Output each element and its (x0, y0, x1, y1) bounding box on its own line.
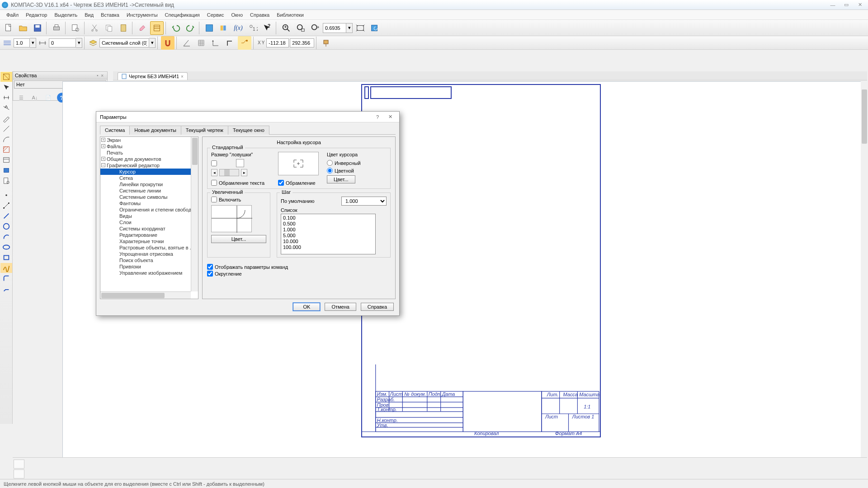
feature-tree-button[interactable]: 1 2 (246, 21, 259, 35)
cursor-color-button[interactable]: Цвет... (327, 175, 355, 183)
help-button[interactable]: Справка (361, 303, 394, 311)
doc-tab[interactable]: Чертеж БЕЗ ИМЕНИ1 × (118, 72, 188, 80)
close-button[interactable]: ✕ (385, 113, 396, 121)
ortho-button[interactable] (223, 36, 237, 50)
chevron-down-icon[interactable]: ▾ (30, 38, 36, 48)
list-item[interactable]: 100.000 (283, 244, 373, 250)
enable-enlarged-checkbox[interactable]: Включить (211, 197, 266, 202)
list-item[interactable]: 5.000 (283, 233, 373, 239)
coord-y-input[interactable] (290, 38, 314, 47)
tree-image-mgmt[interactable]: Управление изображением (100, 270, 198, 276)
tool-ellipse-icon[interactable] (0, 242, 12, 252)
tree-coordsys[interactable]: Системы координат (100, 225, 198, 232)
tree-syssymbols[interactable]: Системные символы (100, 194, 198, 200)
tree-simpledraw[interactable]: Упрощенная отрисовка (100, 251, 198, 257)
coord-x-input[interactable] (266, 38, 289, 47)
tool-arc2-icon[interactable] (0, 232, 12, 242)
tree-constraints[interactable]: Ограничения и степени свободы (100, 206, 198, 213)
zoom-value[interactable] (323, 23, 346, 33)
tool-segment-icon[interactable] (0, 211, 12, 221)
menu-insert[interactable]: Вставка (97, 11, 123, 19)
pin-icon[interactable]: ▪ (96, 73, 99, 78)
tool-arc-icon[interactable] (0, 134, 12, 144)
new-button[interactable] (2, 21, 15, 35)
framing-text-checkbox[interactable]: Обрамление текста (211, 180, 270, 186)
tree-views[interactable]: Виды (100, 213, 198, 219)
arrow-right-icon[interactable]: ▸ (241, 169, 247, 176)
cut-button[interactable] (88, 21, 101, 35)
menu-file[interactable]: Файл (3, 11, 22, 19)
framing-checkbox[interactable]: Обрамление (278, 180, 319, 186)
grid-button[interactable] (194, 36, 208, 50)
tree-scrollbars[interactable]: Линейки прокрутки (100, 181, 198, 188)
close-button[interactable]: ✕ (854, 1, 866, 9)
tree-files[interactable]: +Файлы (100, 143, 198, 150)
style-combo[interactable]: ▾ (49, 38, 82, 48)
tree-charpoints[interactable]: Характерные точки (100, 238, 198, 244)
tree-scrollbar-h[interactable] (100, 291, 191, 299)
tool-rect2-icon[interactable] (0, 253, 12, 263)
tool-vline-icon[interactable] (0, 201, 12, 211)
zoom-dynamic-button[interactable] (308, 21, 322, 35)
menu-select[interactable]: Выделить (51, 11, 81, 19)
weight-combo[interactable]: ▾ (14, 38, 36, 48)
settings-tree[interactable]: +Экран +Файлы Печать +Общие для документ… (100, 136, 198, 299)
line-style-button[interactable] (2, 38, 13, 48)
style-input[interactable] (49, 38, 76, 47)
menu-editor[interactable]: Редактор (22, 11, 51, 19)
print-button[interactable] (50, 21, 63, 35)
chevron-down-icon[interactable]: ▾ (346, 23, 353, 33)
tree-search[interactable]: Поиск объекта (100, 257, 198, 263)
tool-hatch-icon[interactable] (0, 145, 12, 155)
close-icon[interactable]: × (181, 74, 184, 79)
cancel-button[interactable]: Отмена (325, 303, 356, 311)
dim-style-button[interactable] (37, 38, 48, 48)
arrow-left-icon[interactable]: ◂ (211, 169, 217, 176)
dialog-titlebar[interactable]: Параметры ? ✕ (96, 112, 399, 122)
tree-grid[interactable]: Сетка (100, 175, 198, 181)
menu-window[interactable]: Окно (227, 11, 246, 19)
zoom-combo[interactable]: ▾ (323, 23, 353, 33)
zoom-fit-button[interactable] (354, 21, 367, 35)
tab-current-drawing[interactable]: Текущий чертеж (181, 126, 228, 135)
tree-layers[interactable]: Слои (100, 219, 198, 225)
preview-button[interactable] (69, 21, 82, 35)
tool-line-icon[interactable] (0, 124, 12, 134)
list-item[interactable]: 10.000 (283, 239, 373, 244)
help-button[interactable]: ? (372, 113, 383, 121)
menu-libs[interactable]: Библиотеки (273, 11, 307, 19)
weight-input[interactable] (14, 38, 30, 47)
undo-button[interactable] (169, 21, 183, 35)
radio-color[interactable]: Цветной (327, 168, 361, 174)
chevron-down-icon[interactable]: ▾ (76, 38, 82, 48)
trap-swatch[interactable] (236, 159, 244, 167)
trap-checkbox[interactable] (211, 160, 217, 166)
enlarged-color-button[interactable]: Цвет... (211, 235, 266, 243)
tree-screen[interactable]: +Экран (100, 137, 198, 143)
show-cmd-params-checkbox[interactable]: Отображать параметры команд (207, 264, 391, 270)
list-item[interactable]: 1.000 (283, 227, 373, 233)
tool-doc-icon[interactable] (0, 176, 12, 186)
prop-ico-3[interactable]: 📄 (42, 91, 55, 104)
tool-point-icon[interactable] (0, 190, 12, 200)
layer-combo[interactable]: ▾ (99, 38, 156, 48)
tool-rect-icon[interactable] (0, 165, 12, 175)
tab-new-docs[interactable]: Новые документы (129, 126, 181, 135)
default-step-combo[interactable]: 1.000 (341, 197, 387, 206)
whatsthis-button[interactable]: ? (260, 21, 274, 35)
minimize-button[interactable]: — (826, 1, 839, 9)
radio-inverse[interactable]: Инверсный (327, 160, 361, 166)
menu-spec[interactable]: Спецификация (161, 11, 203, 19)
tree-graphic-editor[interactable]: −Графический редактор (100, 162, 198, 169)
properties-button[interactable] (150, 21, 164, 35)
prop-ico-1[interactable]: ☰ (15, 91, 28, 104)
paste-button[interactable] (117, 21, 130, 35)
tree-cursor[interactable]: Курсор (100, 169, 198, 175)
tree-print[interactable]: Печать (100, 150, 198, 156)
trap-slider[interactable]: ◂ ▸ (211, 169, 270, 176)
tree-syslines[interactable]: Системные линии (100, 188, 198, 194)
eraser-button[interactable] (136, 21, 149, 35)
list-item[interactable]: 0.100 (283, 215, 373, 221)
tool-text-icon[interactable]: A (0, 103, 12, 113)
zoom-window-button[interactable] (294, 21, 307, 35)
